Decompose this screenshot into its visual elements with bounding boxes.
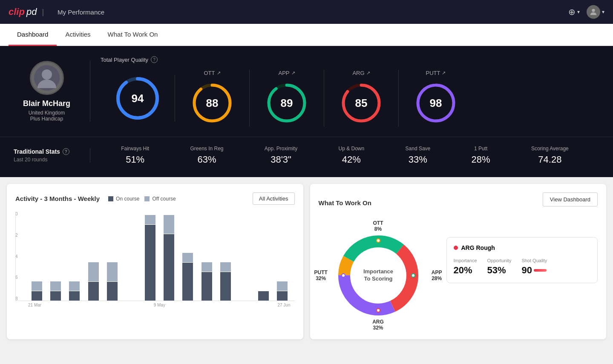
stat-scoring-average: Scoring Average 74.28 — [531, 146, 569, 165]
bar-on-course — [182, 263, 193, 301]
user-dropdown-arrow: ▾ — [602, 9, 604, 15]
bar-off-course — [88, 262, 99, 281]
detail-stats: Importance 20% Opportunity 53% Shot Qual… — [454, 258, 591, 276]
putt-ring: 98 — [412, 80, 459, 126]
tpq-info-icon[interactable]: ? — [151, 56, 158, 63]
tab-activities[interactable]: Activities — [57, 24, 99, 46]
score-card-arg: ARG ↗ 85 — [324, 70, 399, 126]
legend-on-course: On course — [108, 196, 139, 202]
user-menu[interactable]: ▾ — [587, 5, 604, 19]
score-cards: 94 OTT ↗ 88 — [101, 70, 589, 126]
chart-bars — [15, 212, 295, 301]
avatar — [587, 5, 600, 19]
bar-on-course — [50, 291, 61, 301]
bar-group — [66, 211, 83, 301]
bar-on-course — [145, 225, 155, 301]
logo-pd-text: pd — [26, 6, 37, 17]
stat-value: 51% — [121, 154, 149, 165]
player-handicap: Plus Handicap — [30, 116, 63, 122]
putt-label: PUTT ↗ — [426, 70, 446, 76]
view-dashboard-button[interactable]: View Dashboard — [543, 192, 598, 206]
hero-section: Blair McHarg United Kingdom Plus Handica… — [0, 46, 613, 137]
svg-point-22 — [342, 274, 345, 277]
stat-value: 63% — [190, 154, 223, 165]
bar-off-course — [50, 281, 61, 291]
header: clippd | My Performance ⊕ ▾ ▾ — [0, 0, 613, 24]
stat-value: 42% — [339, 154, 365, 165]
tab-what-to-work-on[interactable]: What To Work On — [99, 24, 167, 46]
header-right: ⊕ ▾ ▾ — [568, 5, 604, 19]
bar-on-course — [88, 282, 99, 301]
svg-point-2 — [42, 69, 52, 80]
stat-value: 28% — [472, 154, 490, 165]
detail-card: ARG Rough Importance 20% Opportunity 53%… — [446, 237, 598, 283]
importance-value: 20% — [454, 265, 477, 276]
bar-group — [142, 211, 158, 301]
stat-value: 38'3" — [265, 154, 297, 165]
wtwo-header: What To Work On View Dashboard — [319, 192, 598, 213]
stat-value: 74.28 — [531, 154, 569, 165]
on-course-legend-dot — [108, 196, 113, 201]
stats-row: Traditional Stats ? Last 20 rounds Fairw… — [0, 137, 613, 177]
svg-text:To Scoring: To Scoring — [364, 275, 392, 282]
bar-group — [85, 211, 101, 301]
svg-point-20 — [412, 274, 415, 277]
putt-segment-label: PUTT 32% — [314, 269, 328, 281]
score-card-app: APP ↗ 89 — [250, 70, 324, 126]
bar-group — [123, 211, 139, 301]
bar-off-course — [145, 215, 155, 224]
what-to-work-on-panel: What To Work On View Dashboard OTT 8% AP… — [310, 184, 607, 339]
bar-group — [47, 211, 63, 301]
app-label: APP ↗ — [278, 70, 295, 76]
arg-ring: 85 — [338, 80, 385, 126]
bar-off-course — [69, 281, 80, 291]
detail-dot — [454, 246, 458, 250]
stats-info-icon[interactable]: ? — [63, 148, 69, 155]
wtwo-title: What To Work On — [319, 199, 371, 206]
ott-label: OTT ↗ — [204, 70, 221, 76]
score-card-putt: PUTT ↗ 98 — [399, 70, 473, 126]
logo[interactable]: clippd — [9, 6, 37, 17]
detail-stat-opportunity: Opportunity 53% — [487, 258, 512, 276]
tab-dashboard[interactable]: Dashboard — [9, 24, 57, 46]
ott-score-value: 88 — [206, 97, 219, 110]
stat-label: App. Proximity — [265, 146, 297, 152]
chart-area: 8 6 4 2 0 21 Mar 9 May 27 Jun — [15, 212, 295, 314]
ott-trend-icon: ↗ — [217, 70, 221, 76]
bar-group — [255, 211, 271, 301]
wtwo-content: OTT 8% APP 28% ARG 32% PUTT 32% — [319, 220, 598, 331]
main-ring: 94 — [114, 75, 161, 122]
bar-group — [29, 211, 45, 301]
score-card-ott: OTT ↗ 88 — [175, 70, 250, 126]
score-card-main: 94 — [101, 75, 175, 122]
avatar — [30, 61, 64, 95]
arg-trend-icon: ↗ — [366, 70, 370, 76]
detail-card-title: ARG Rough — [454, 244, 591, 251]
bar-group — [274, 211, 290, 301]
all-activities-button[interactable]: All Activities — [253, 192, 295, 205]
bar-group — [217, 211, 233, 301]
bar-on-course — [164, 234, 174, 301]
stat-label: 1 Putt — [472, 146, 490, 152]
bar-on-course — [258, 291, 269, 301]
player-name: Blair McHarg — [23, 99, 70, 108]
putt-score-value: 98 — [430, 97, 442, 110]
bar-group — [199, 211, 215, 301]
opportunity-value: 53% — [487, 265, 512, 276]
stat-fairways-hit: Fairways Hit 51% — [121, 146, 149, 165]
add-button[interactable]: ⊕ ▾ — [568, 7, 580, 17]
stat-value: 33% — [406, 154, 431, 165]
bar-on-course — [69, 291, 80, 301]
bar-group — [104, 211, 120, 301]
stats-title: Traditional Stats ? — [14, 148, 80, 155]
x-axis-labels: 21 Mar 9 May 27 Jun — [15, 301, 295, 307]
svg-point-0 — [592, 9, 595, 12]
scores-section: Total Player Quality ? 94 — [90, 56, 599, 126]
donut-svg: Importance To Scoring — [331, 229, 425, 322]
stats-items: Fairways Hit 51% Greens In Reg 63% App. … — [90, 146, 599, 165]
player-info: Blair McHarg United Kingdom Plus Handica… — [14, 61, 90, 122]
main-score-value: 94 — [132, 92, 144, 105]
activity-chart-title: Activity - 3 Months - Weekly — [15, 195, 100, 202]
stat-up-and-down: Up & Down 42% — [339, 146, 365, 165]
svg-point-19 — [377, 239, 380, 242]
